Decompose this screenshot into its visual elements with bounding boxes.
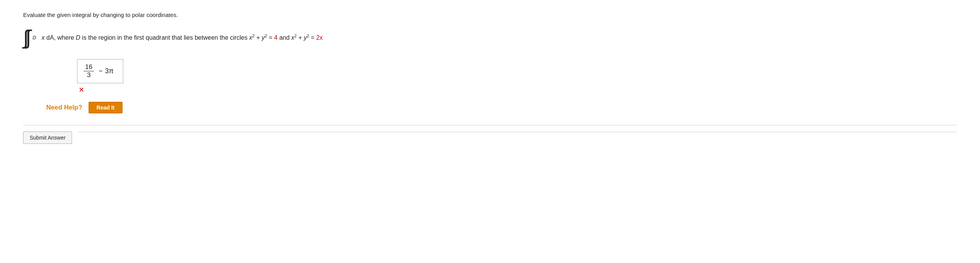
circle2-exp2: 2 (307, 34, 309, 38)
circle1-plus: + (256, 34, 262, 41)
circle1-val: 4 (274, 34, 278, 41)
circle2-plus: + (299, 34, 304, 41)
need-help-row: Need Help? Read It (46, 102, 957, 113)
submit-row: Submit Answer (23, 132, 957, 144)
integral-expression: ∫∫ D x dA, where D is the region in the … (23, 27, 957, 47)
circle2-val: 2x (316, 34, 323, 41)
circle2-exp1: 2 (294, 34, 297, 38)
circle1-exp2: 2 (265, 34, 267, 38)
read-it-button[interactable]: Read It (89, 102, 123, 113)
integral-description: is the region in the first quadrant that… (82, 34, 249, 41)
circle1-x: x (249, 34, 252, 41)
integral-text: x dA, where D is the region in the first… (42, 34, 323, 41)
answer-area: 16 3 − 3π ✕ (77, 59, 957, 94)
integral-var-x: x (42, 34, 45, 41)
answer-box: 16 3 − 3π (77, 59, 123, 83)
submit-answer-button[interactable]: Submit Answer (23, 132, 72, 144)
integral-subscript: D (33, 35, 36, 40)
circle1-exp1: 2 (252, 34, 255, 38)
fraction-denominator: 3 (86, 71, 92, 79)
incorrect-mark: ✕ (79, 86, 84, 94)
pi-term: 3π (105, 67, 113, 75)
circle-and: and (279, 34, 291, 41)
minus-sign: − (99, 67, 103, 75)
submit-input-area (78, 132, 957, 143)
circle2-eq: = (311, 34, 316, 41)
instruction-text: Evaluate the given integral by changing … (23, 12, 957, 18)
integral-var-D: D (76, 34, 81, 41)
integral-dA: dA, where (46, 34, 76, 41)
circle1-eq: = (269, 34, 274, 41)
fraction: 16 3 (84, 63, 94, 79)
section-divider (23, 125, 957, 125)
circle2-x: x (291, 34, 294, 41)
fraction-numerator: 16 (84, 63, 94, 71)
need-help-label: Need Help? (46, 104, 82, 111)
integral-symbol: ∫∫ (23, 27, 28, 47)
